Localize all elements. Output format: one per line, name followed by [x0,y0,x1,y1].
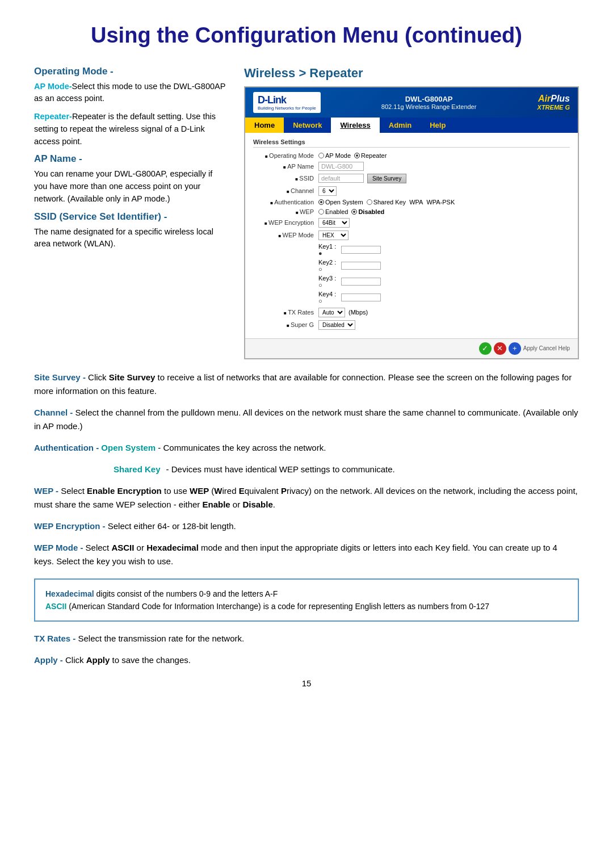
dlink-nav: Home Network Wireless Admin Help [245,118,578,133]
xtreme-text: XTREME G [538,104,570,111]
radio-ap-mode[interactable]: AP Mode [318,152,351,159]
select-super-g[interactable]: Disabled [318,320,355,330]
input-ssid[interactable] [318,174,364,183]
value-channel: 6 [318,186,570,196]
row-tx-rates: TX Rates Auto (Mbps) [253,308,570,317]
row-super-g: Super G Disabled [253,320,570,330]
label-authentication: Authentication [253,199,318,206]
radio-repeater[interactable]: Repeater [354,152,387,159]
label-wep-encryption: WEP Encryption [253,219,318,226]
footer-labels: Apply Cancel Help [523,345,570,351]
label-tx-rates: TX Rates [253,309,318,316]
right-column: Wireless > Repeater D-Link Building Netw… [244,66,579,359]
row-authentication: Authentication Open System Shared Key WP… [253,199,570,206]
dlink-logo-text: D-Link [258,94,316,106]
input-ap-name[interactable] [318,162,364,171]
apply-icon[interactable]: ✓ [479,342,492,355]
dlink-content: Wireless Settings Operating Mode AP Mode… [245,133,578,338]
apply-bold: Apply [86,655,110,665]
input-key1[interactable] [341,246,381,254]
wep-enc-para: WEP Encryption - Select either 64- or 12… [34,519,579,533]
dlink-description: 802.11g Wireless Range Extender [381,103,477,110]
dlink-logo-sub: Building Networks for People [258,106,316,111]
radio-disabled[interactable]: Disabled [351,208,384,215]
select-wep-encryption[interactable]: 64Bit 128Bit [318,218,350,228]
radio-open-dot [318,199,324,205]
dlink-model-area: DWL-G800AP 802.11g Wireless Range Extend… [381,95,477,110]
dlink-panel: D-Link Building Networks for People DWL-… [244,86,579,359]
ap-name-text: You can rename your DWL-G800AP, especial… [34,168,227,205]
auth-para: Authentication - Open System - Communica… [34,441,579,455]
apply-term: Apply - [34,655,63,665]
cancel-icon[interactable]: ✕ [494,342,506,355]
key1-label: Key1 : ● [318,243,341,257]
key4-label: Key4 : ○ [318,291,341,304]
value-ap-name [318,162,570,171]
nav-help[interactable]: Help [421,118,455,133]
auth-term: Authentication - [34,443,99,452]
page-number: 15 [34,678,579,688]
label-ssid: SSID [253,175,318,182]
row-channel: Channel 6 [253,186,570,196]
nav-wireless[interactable]: Wireless [331,118,379,133]
p-bold: P [281,486,287,496]
dlink-section-title: Wireless Settings [253,139,570,148]
nav-home[interactable]: Home [245,118,284,133]
select-channel[interactable]: 6 [318,186,337,196]
select-wep-mode[interactable]: HEX ASCII [318,230,349,240]
channel-para: Channel - Select the channel from the pu… [34,406,579,433]
row-wep-mode: WEP Mode HEX ASCII [253,230,570,240]
radio-shared-key[interactable]: Shared Key [367,199,406,206]
hex-term: Hexadecimal [45,589,94,598]
left-column: Operating Mode - AP Mode-Select this mod… [34,66,227,359]
input-key4[interactable] [341,293,381,301]
radio-disabled-dot [351,209,357,215]
select-tx-rates[interactable]: Auto [318,308,345,317]
wep-para: WEP - Select Enable Encryption to use WE… [34,484,579,511]
info-box: Hexadecimal digits consist of the number… [34,578,579,622]
nav-admin[interactable]: Admin [380,118,421,133]
wep-mode-para: WEP Mode - Select ASCII or Hexadecimal m… [34,541,579,568]
operating-mode-heading: Operating Mode - [34,66,227,77]
radio-ap-dot [318,153,324,158]
label-wep: WEP [253,208,318,215]
dlink-footer: ✓ ✕ + Apply Cancel Help [245,338,578,358]
ascii-bold: ASCII [111,543,134,552]
site-survey-term: Site Survey - [34,372,86,382]
disable-bold: Disable [242,500,272,509]
row-key3: Key3 : ○ [318,275,570,288]
dlink-logo: D-Link Building Networks for People [253,92,321,113]
input-key3[interactable] [341,278,381,286]
key2-label: Key2 : ○ [318,259,341,272]
site-survey-bold: Site Survey [109,372,156,382]
radio-shared-dot [367,199,372,205]
value-wep: Enabled Disabled [318,208,570,215]
help-icon[interactable]: + [509,342,521,355]
row-key1: Key1 : ● [318,243,570,257]
ap-name-heading: AP Name - [34,153,227,165]
w-bold: W [214,486,222,496]
wireless-repeater-heading: Wireless > Repeater [244,66,579,81]
tx-rates-para: TX Rates - Select the transmission rate … [34,632,579,645]
nav-network[interactable]: Network [284,118,331,133]
shared-key-text: - Devices must have identical WEP settin… [166,463,395,476]
open-system-term: Open System [101,443,156,452]
apply-para: Apply - Click Apply to save the changes. [34,653,579,667]
repeater-label: Repeater- [34,112,72,121]
radio-repeater-dot [354,153,360,158]
input-key2[interactable] [341,262,381,270]
label-wep-mode: WEP Mode [253,232,318,238]
tx-rates-term: TX Rates - [34,634,75,643]
wep-mode-term: WEP Mode - [34,543,83,552]
ssid-heading: SSID (Service Set Identifier) - [34,211,227,223]
enable-bold: Enable [203,500,230,509]
wep-bold: WEP [190,486,209,496]
site-survey-button[interactable]: Site Survey [367,174,406,183]
ap-mode-label: AP Mode- [34,82,72,91]
label-super-g: Super G [253,321,318,328]
row-wep: WEP Enabled Disabled [253,208,570,215]
radio-enabled[interactable]: Enabled [318,208,348,215]
shared-key-label: Shared Key [114,463,161,476]
radio-open-system[interactable]: Open System [318,199,363,206]
airplus-text: AirPlus [538,94,570,104]
